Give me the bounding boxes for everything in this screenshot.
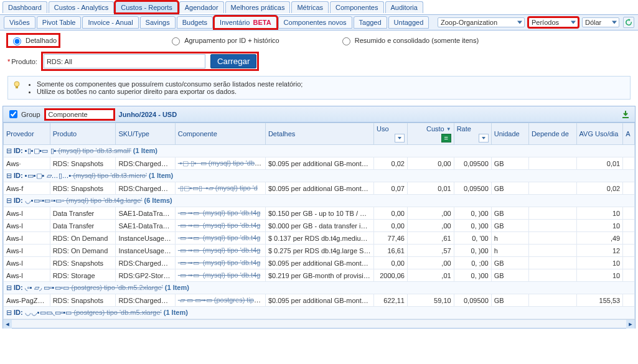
cell: $ 0.275 per RDS db.t4g.large Single… bbox=[265, 245, 373, 257]
cell: 0,00 bbox=[374, 207, 408, 220]
column-header[interactable]: Componente bbox=[175, 123, 265, 145]
column-header[interactable]: Custo▼= bbox=[407, 123, 454, 145]
cell: $0.095 per additional GB-month of … bbox=[265, 157, 373, 170]
cell: 0,07 bbox=[374, 182, 408, 195]
cell: 0,09500 bbox=[454, 157, 491, 170]
group-header-row[interactable]: ⊟ ID: ▪▯▪▢▪▭ ▯▪ (mysql) tipo 'db.t3.smal… bbox=[4, 145, 635, 157]
top-tab[interactable]: Custos - Reports bbox=[115, 1, 178, 13]
org-select[interactable]: Zoop-Organization bbox=[438, 17, 525, 27]
refresh-button[interactable] bbox=[623, 17, 634, 28]
group-header-row[interactable]: ⊟ ID: ◡▪▭▫▪▭▫▪▭▫ (mysql) tipo 'db.t4g.la… bbox=[4, 195, 635, 207]
cell bbox=[528, 157, 576, 170]
produto-select[interactable]: RDS: All bbox=[44, 54, 205, 68]
column-header[interactable]: Produto bbox=[50, 123, 116, 145]
download-icon bbox=[621, 110, 630, 119]
cell: 622,11 bbox=[374, 294, 408, 307]
chevron-down-icon bbox=[612, 21, 617, 24]
cell bbox=[623, 207, 635, 220]
cell: ,00 bbox=[407, 207, 454, 220]
svg-rect-2 bbox=[622, 117, 629, 118]
view-option-grouped[interactable]: Agrupamento por ID + histórico bbox=[169, 35, 279, 45]
column-header[interactable]: Rate bbox=[454, 123, 491, 145]
cell: 10 bbox=[576, 207, 623, 220]
cell: h bbox=[491, 245, 528, 257]
sub-tab[interactable]: Pivot Table bbox=[37, 16, 82, 29]
cell: 77,46 bbox=[374, 232, 408, 245]
top-tab[interactable]: Custos - Analytics bbox=[49, 1, 114, 13]
cell: ·▭·▫▪▭· (mysql) tipo 'db.t4g bbox=[175, 220, 265, 232]
column-header[interactable]: Depende de bbox=[528, 123, 576, 145]
sub-tab[interactable]: Savings bbox=[140, 16, 176, 29]
cell: ·▪▢·▯▪· ▭ (mysql) tipo 'db.t3.s bbox=[175, 157, 265, 170]
grid-table: ProvedorProdutoSKU/TypeComponenteDetalhe… bbox=[3, 123, 635, 319]
sub-tab[interactable]: Inventário BETA bbox=[214, 16, 277, 29]
cell bbox=[528, 182, 576, 195]
cell: ·▭·▫▪▭· (mysql) tipo 'db.t4g bbox=[175, 269, 265, 282]
top-tab[interactable]: Auditoria bbox=[385, 1, 423, 13]
cell: 0, )00 bbox=[454, 269, 491, 282]
column-header[interactable]: AVG Uso/dia bbox=[576, 123, 623, 145]
group-checkbox-input[interactable] bbox=[9, 110, 17, 118]
filter-dropdown-icon[interactable] bbox=[395, 134, 405, 142]
column-header[interactable]: Uso bbox=[374, 123, 408, 145]
cell: Aws-l bbox=[4, 257, 50, 269]
cell: RDS: Snapshots bbox=[50, 157, 116, 170]
carregar-button[interactable]: Carregar bbox=[210, 54, 257, 68]
view-option-summary[interactable]: Resumido e consolidado (somente itens) bbox=[339, 35, 479, 45]
view-option-detailed[interactable]: Detalhado bbox=[7, 34, 59, 47]
top-tab[interactable]: Agendador bbox=[179, 1, 224, 13]
filter-dropdown-icon[interactable] bbox=[479, 134, 489, 142]
periodos-select[interactable]: Períodos bbox=[528, 17, 578, 27]
cell: 0,00 bbox=[374, 257, 408, 269]
currency-select[interactable]: Dólar bbox=[582, 17, 619, 27]
column-header[interactable]: Detalhes bbox=[265, 123, 373, 145]
table-row[interactable]: Aws-PagZoopRDS: SnapshotsRDS:ChargedBa…·… bbox=[4, 294, 635, 307]
group-header-row[interactable]: ⊟ ID: ◟▫▪ ▱◞ ▭▫▪▭▫▭ (postgres) tipo 'db.… bbox=[4, 282, 635, 294]
column-header[interactable]: Unidade bbox=[491, 123, 528, 145]
top-tab[interactable]: Métricas bbox=[291, 1, 329, 13]
info-box: Somente os componentes que possuírem cus… bbox=[7, 76, 631, 100]
table-row[interactable]: Aws-lRDS: SnapshotsRDS:ChargedBa…·▭·▫▪▭·… bbox=[4, 257, 635, 269]
table-row[interactable]: Aws-lRDS: StorageRDS:GP2-Storage·▭·▫▪▭· … bbox=[4, 269, 635, 282]
sub-tab[interactable]: Visões bbox=[4, 16, 35, 29]
group-checkbox[interactable]: Group bbox=[7, 108, 40, 120]
table-row[interactable]: Aws-lData TransferSAE1-DataTrans…·▭·▫▪▭·… bbox=[4, 207, 635, 220]
group-header-row[interactable]: ⊟ ID: ▪▭▪▢▪ ▱…▯…▪ (mysql) tipo 'db.t3.mi… bbox=[4, 170, 635, 182]
sub-tab[interactable]: Tagged bbox=[354, 16, 387, 29]
scroll-right-icon[interactable]: ► bbox=[626, 320, 635, 329]
column-header[interactable]: A bbox=[623, 123, 635, 145]
column-header[interactable]: Provedor bbox=[4, 123, 50, 145]
horizontal-scrollbar[interactable]: ◄ ► bbox=[3, 319, 635, 328]
sub-tab[interactable]: Untagged bbox=[388, 16, 429, 29]
group-select[interactable]: Componente bbox=[45, 110, 114, 119]
cell: 0, )00 bbox=[454, 220, 491, 232]
cell bbox=[528, 294, 576, 307]
cell: InstanceUsage:… bbox=[116, 232, 175, 245]
grid-titlebar: Group Componente Junho/2024 - USD bbox=[3, 106, 635, 123]
cell: ,00 bbox=[407, 257, 454, 269]
table-row[interactable]: Aws-fRDS: SnapshotsRDS:ChargedBa…·▯▢▪▭▯ … bbox=[4, 182, 635, 195]
column-header[interactable]: SKU/Type bbox=[116, 123, 175, 145]
sub-tab[interactable]: Budgets bbox=[177, 16, 213, 29]
cell: 0, )00 bbox=[454, 207, 491, 220]
radio-detailed[interactable] bbox=[13, 37, 21, 45]
org-select-value: Zoop-Organization bbox=[441, 19, 497, 26]
top-tab[interactable]: Dashboard bbox=[2, 1, 47, 13]
table-row[interactable]: Aws-lData TransferSAE1-DataTrans…·▭·▫▪▭·… bbox=[4, 220, 635, 232]
group-header-row[interactable]: ⊟ ID: ◡◡▪▭▭◟▭▫▪▭ (postgres) tipo 'db.m5.… bbox=[4, 307, 635, 319]
table-row[interactable]: Aws-lRDS: On DemandInstanceUsage:…·▭·▫▪▭… bbox=[4, 245, 635, 257]
sub-tab[interactable]: Invoice - Anual bbox=[82, 16, 138, 29]
table-row[interactable]: Aws-lRDS: On DemandInstanceUsage:…·▭·▫▪▭… bbox=[4, 232, 635, 245]
cell: 10 bbox=[576, 220, 623, 232]
radio-summary[interactable] bbox=[342, 37, 350, 45]
table-row[interactable]: Aws·RDS: SnapshotsRDS:ChargedBa…·▪▢·▯▪· … bbox=[4, 157, 635, 170]
filter-equals-icon[interactable]: = bbox=[441, 134, 451, 142]
export-button[interactable] bbox=[620, 109, 631, 120]
group-select-value: Componente bbox=[49, 111, 88, 118]
scroll-left-icon[interactable]: ◄ bbox=[3, 320, 12, 329]
radio-grouped[interactable] bbox=[172, 37, 180, 45]
top-tab[interactable]: Componentes bbox=[330, 1, 384, 13]
cell bbox=[528, 220, 576, 232]
sub-tab[interactable]: Componentes novos bbox=[278, 16, 352, 29]
top-tab[interactable]: Melhores práticas bbox=[225, 1, 291, 13]
